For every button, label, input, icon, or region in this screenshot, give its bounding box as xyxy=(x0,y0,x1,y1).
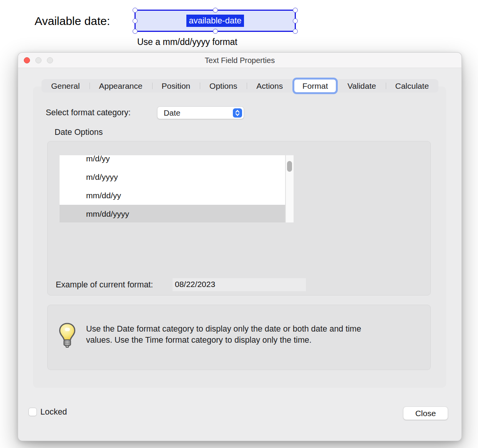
date-format-option[interactable]: mm/dd/yyyy xyxy=(60,205,285,222)
resize-handle-n[interactable] xyxy=(213,8,218,13)
date-options-label: Date Options xyxy=(55,128,103,137)
available-date-field[interactable]: available-date xyxy=(134,10,296,32)
tip-text: Use the Date format category to display … xyxy=(86,324,409,345)
text-field-properties-dialog: Text Field Properties GeneralAppearanceP… xyxy=(18,52,462,441)
format-category-label: Select format category: xyxy=(46,106,131,119)
form-field-label: Available date: xyxy=(35,15,110,28)
tab-actions[interactable]: Actions xyxy=(247,79,292,93)
resize-handle-sw[interactable] xyxy=(133,29,138,34)
tab-general[interactable]: General xyxy=(41,79,90,93)
tab-appearance[interactable]: Appearance xyxy=(90,79,152,93)
date-format-option[interactable]: m/d/yyyy xyxy=(60,168,285,186)
list-scrollbar[interactable] xyxy=(286,155,294,222)
tip-box: Use the Date format category to display … xyxy=(47,305,431,370)
resize-handle-s[interactable] xyxy=(213,29,218,34)
locked-label: Locked xyxy=(40,407,67,417)
scrollbar-thumb[interactable] xyxy=(287,161,292,172)
tab-format[interactable]: Format xyxy=(292,78,338,94)
date-options-group: m/d/yym/d/yyyymm/dd/yymm/dd/yyyy Example… xyxy=(47,141,431,295)
date-format-list[interactable]: m/d/yym/d/yyyymm/dd/yymm/dd/yyyy xyxy=(60,155,285,222)
resize-handle-ne[interactable] xyxy=(293,8,298,13)
tab-calculate[interactable]: Calculate xyxy=(386,79,438,93)
lightbulb-icon xyxy=(58,323,76,350)
field-name-selected-text: available-date xyxy=(186,15,244,27)
dialog-titlebar[interactable]: Text Field Properties xyxy=(18,53,461,68)
popup-stepper-icon xyxy=(233,108,242,118)
resize-handle-nw[interactable] xyxy=(133,8,138,13)
date-format-option[interactable]: m/d/yy xyxy=(60,155,285,168)
tab-validate[interactable]: Validate xyxy=(338,79,385,93)
resize-handle-se[interactable] xyxy=(293,29,298,34)
locked-checkbox[interactable] xyxy=(28,408,37,416)
dialog-title: Text Field Properties xyxy=(18,53,461,68)
tab-options[interactable]: Options xyxy=(200,79,247,93)
resize-handle-e[interactable] xyxy=(293,18,298,23)
tab-bar: GeneralAppearancePositionOptionsActionsF… xyxy=(41,79,438,93)
screen: Available date: available-date Use a mm/… xyxy=(0,0,478,448)
resize-handle-w[interactable] xyxy=(133,18,138,23)
tab-position[interactable]: Position xyxy=(152,79,200,93)
close-button[interactable]: Close xyxy=(403,407,448,420)
form-field-hint: Use a mm/dd/yyyy format xyxy=(137,37,237,47)
example-value-field: 08/22/2023 xyxy=(173,278,306,291)
date-format-option[interactable]: mm/dd/yy xyxy=(60,186,285,205)
example-label: Example of current format: xyxy=(56,278,153,291)
format-category-value: Date xyxy=(158,108,233,118)
format-tab-panel: Select format category: Date Date Option… xyxy=(33,86,446,388)
format-category-select[interactable]: Date xyxy=(157,106,244,119)
